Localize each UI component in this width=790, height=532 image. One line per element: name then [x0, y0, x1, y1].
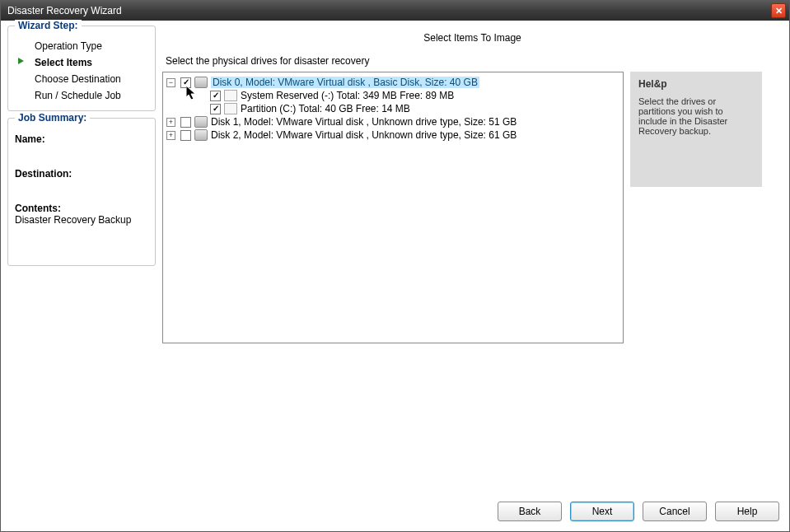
- job-summary-legend: Job Summary:: [15, 112, 90, 124]
- job-summary-group: Job Summary: Name: Destination: Contents…: [7, 118, 156, 266]
- next-button[interactable]: Next: [570, 502, 634, 521]
- step-choose-destination[interactable]: Choose Destination: [15, 71, 148, 87]
- wizard-steps-legend: Wizard Step:: [15, 20, 82, 31]
- tree-row-label: System Reserved (-:) Total: 349 MB Free:…: [241, 90, 454, 101]
- step-run-schedule[interactable]: Run / Schedule Job: [15, 87, 148, 104]
- titlebar[interactable]: Disaster Recovery Wizard ✕: [1, 1, 789, 21]
- wizard-window: Disaster Recovery Wizard ✕ Wizard Step: …: [0, 0, 790, 532]
- disk-row[interactable]: +Disk 1, Model: VMware Virtual disk , Un…: [166, 115, 619, 128]
- tree-row-label: Disk 2, Model: VMware Virtual disk , Unk…: [211, 129, 517, 141]
- help-panel: Hel&p Select the drives or partitions yo…: [630, 72, 762, 187]
- help-title: Hel&p: [638, 78, 754, 90]
- tree-row-label: Disk 1, Model: VMware Virtual disk , Unk…: [211, 116, 517, 128]
- back-button[interactable]: Back: [498, 502, 562, 521]
- expander-placeholder: [196, 91, 205, 100]
- wizard-steps-list: Operation Type Select Items Choose Desti…: [15, 38, 148, 104]
- page-instruction: Select the physical drives for disaster …: [162, 55, 783, 72]
- expander-icon[interactable]: +: [166, 118, 175, 127]
- disk-icon: [194, 77, 208, 88]
- disk-row[interactable]: +Disk 2, Model: VMware Virtual disk , Un…: [166, 128, 619, 142]
- summary-contents-label: Contents:: [15, 203, 148, 214]
- client-area: Wizard Step: Operation Type Select Items…: [1, 21, 789, 531]
- checkbox[interactable]: [210, 104, 221, 114]
- close-button[interactable]: ✕: [771, 3, 786, 18]
- step-select-items[interactable]: Select Items: [15, 54, 148, 71]
- partition-row[interactable]: Partition (C:) Total: 40 GB Free: 14 MB: [196, 102, 619, 115]
- summary-name-value: [15, 145, 148, 156]
- summary-name-label: Name:: [15, 133, 148, 145]
- partition-icon: [224, 90, 237, 101]
- checkbox[interactable]: [180, 117, 191, 128]
- disk-row[interactable]: −Disk 0, Model: VMware Virtual disk , Ba…: [166, 76, 619, 89]
- checkbox[interactable]: [180, 77, 191, 88]
- checkbox[interactable]: [210, 91, 221, 101]
- expander-icon[interactable]: −: [166, 78, 175, 87]
- cancel-button[interactable]: Cancel: [643, 502, 707, 521]
- checkbox[interactable]: [180, 130, 191, 141]
- page-title: Select Items To Image: [162, 26, 783, 55]
- tree-row-label: Partition (C:) Total: 40 GB Free: 14 MB: [241, 103, 410, 114]
- step-operation-type[interactable]: Operation Type: [15, 38, 148, 54]
- window-title: Disaster Recovery Wizard: [7, 5, 122, 16]
- tree-row-label: Disk 0, Model: VMware Virtual disk , Bas…: [211, 77, 479, 88]
- close-icon: ✕: [775, 7, 783, 16]
- help-button[interactable]: Help: [715, 502, 779, 521]
- summary-destination-value: [15, 180, 148, 191]
- partition-icon: [224, 103, 237, 114]
- drive-tree[interactable]: −Disk 0, Model: VMware Virtual disk , Ba…: [162, 72, 624, 343]
- disk-icon: [194, 116, 208, 128]
- summary-destination-label: Destination:: [15, 168, 148, 180]
- summary-contents-value: Disaster Recovery Backup: [15, 214, 148, 226]
- expander-placeholder: [196, 105, 205, 114]
- wizard-steps-group: Wizard Step: Operation Type Select Items…: [7, 26, 156, 111]
- disk-icon: [194, 129, 208, 141]
- expander-icon[interactable]: +: [166, 131, 175, 140]
- wizard-button-row: Back Next Cancel Help: [7, 490, 783, 525]
- help-body: Select the drives or partitions you wish…: [638, 96, 754, 136]
- partition-row[interactable]: System Reserved (-:) Total: 349 MB Free:…: [196, 89, 619, 102]
